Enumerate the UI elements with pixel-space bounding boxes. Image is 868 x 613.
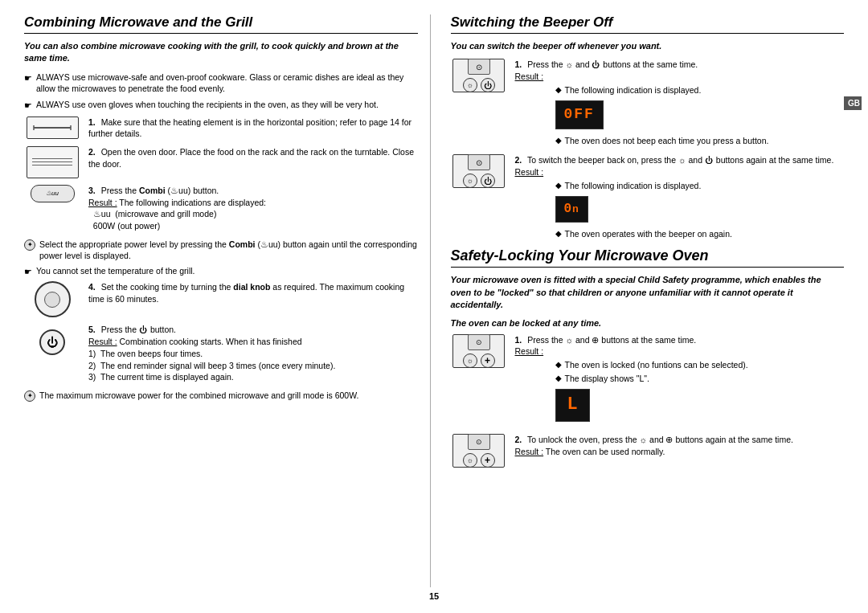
step-5-block: ⏻ 5. Press the ⏻ button. Result : Combin… xyxy=(24,324,418,382)
left-section-title: Combining Microwave and the Grill xyxy=(24,14,418,34)
beeper-step-2-text: To switch the beeper back on, press the … xyxy=(527,155,833,165)
result-b1-line1: ◆ The following indication is displayed. xyxy=(555,84,845,96)
page-number: 15 xyxy=(24,587,844,605)
oven-flat-icon xyxy=(27,116,79,139)
lock-step-2-content: 2. To unlock the oven, press the ☼ and ⊕… xyxy=(515,434,845,457)
step-3-content: 3. Press the Combi (♨uu) button. Result … xyxy=(88,185,418,232)
step-1-num: 1. xyxy=(88,117,96,127)
result-b2-line1: ◆ The following indication is displayed. xyxy=(555,180,845,192)
dial-inner xyxy=(44,292,60,308)
result-l1-label: Result : xyxy=(515,346,544,356)
lock-step-2-image: ⊙ ☼ + xyxy=(451,434,507,468)
lock-btn-sun: ☼ xyxy=(463,353,477,368)
beeper-step-1-content: 1. Press the ☼ and ⏻ buttons at the same… xyxy=(515,59,845,148)
note-2: ☛ You cannot set the temperature of the … xyxy=(24,265,418,278)
beeper-step-2-image: ⊙ ☼ ⏻ xyxy=(451,154,507,188)
step-2-text: Open the oven door. Place the food on th… xyxy=(88,147,414,169)
lock-step-1-image: ⊙ ☼ + xyxy=(451,334,507,368)
beeper-step-2-content: 2. To switch the beeper back on, press t… xyxy=(515,154,845,241)
beeper-step-1-image: ⊙ ☼ ⏻ xyxy=(451,59,507,92)
result-l1-line1: ◆ The oven is locked (no funtions can be… xyxy=(555,359,845,371)
beeper-step-1: ⊙ ☼ ⏻ 1. Press the ☼ and ⏻ buttons at th… xyxy=(451,59,845,148)
oven-rack-icon xyxy=(27,146,79,178)
rack-line-2 xyxy=(32,161,72,162)
note-1: ✦ Select the appropriate power level by … xyxy=(24,239,418,262)
beeper-step-2-num: 2. xyxy=(515,155,522,165)
panel-beeper-1: ⊙ ☼ ⏻ xyxy=(452,59,505,92)
lock-step-2-num: 2. xyxy=(515,435,522,444)
safety-section-title: Safety-Locking Your Microwave Oven xyxy=(451,247,845,268)
display-L: L xyxy=(555,389,590,422)
arrow-icon-3: ☛ xyxy=(24,266,32,278)
result-b2-line2: ◆ The oven operates with the beeper on a… xyxy=(555,228,845,240)
beeper2-btn-sun: ☼ xyxy=(463,174,477,188)
left-column: Combining Microwave and the Grill You ca… xyxy=(24,14,431,587)
footnote-text: The maximum microwave power for the comb… xyxy=(39,390,358,402)
lock-step-1-content: 1. Press the ☼ and ⊕ buttons at the same… xyxy=(515,334,845,428)
result-l1-line2: ◆ The display shows "L". xyxy=(555,373,845,385)
two-columns: Combining Microwave and the Grill You ca… xyxy=(24,14,844,587)
step-5-image: ⏻ xyxy=(24,324,80,360)
beeper-btn-sun: ☼ xyxy=(463,78,477,92)
combi-btn-icon: ♨uu xyxy=(31,185,75,202)
diamond-1: ◆ xyxy=(555,84,562,96)
step-3-block: ♨uu 3. Press the Combi (♨uu) button. Res… xyxy=(24,185,418,232)
lock-step-2: ⊙ ☼ + 2. To unlock the oven, press the ☼… xyxy=(451,434,845,468)
start-circle: ⏻ xyxy=(39,329,65,355)
step-4-content: 4. Set the cooking time by turning the d… xyxy=(88,281,418,304)
note-2-text: You cannot set the temperature of the gr… xyxy=(36,265,195,277)
start-btn-icon: ⏻ xyxy=(35,324,71,360)
bullet-1: ☛ ALWAYS use microwave-safe and oven-pro… xyxy=(24,72,418,95)
safety-section: Safety-Locking Your Microwave Oven Your … xyxy=(451,247,845,468)
step-2-image xyxy=(24,146,80,178)
step-2-block: 2. Open the oven door. Place the food on… xyxy=(24,146,418,178)
step-5-text: Press the ⏻ button. xyxy=(101,325,176,334)
step-5-num: 5. xyxy=(88,325,96,334)
diamond-5: ◆ xyxy=(555,359,562,370)
beeper-step-1-text: Press the ☼ and ⏻ buttons at the same ti… xyxy=(527,59,698,69)
step-2-content: 2. Open the oven door. Place the food on… xyxy=(88,146,418,170)
result-5-label: Result : xyxy=(88,337,117,346)
mini-display-3: ⊙ xyxy=(468,334,490,350)
diamond-4: ◆ xyxy=(555,228,562,239)
dial-knob-icon xyxy=(35,281,71,317)
step-4-text: Set the cooking time by turning the dial… xyxy=(88,282,404,304)
panel-lock-2: ⊙ ☼ + xyxy=(452,434,505,468)
step-3-text: Press the Combi (♨uu) button. xyxy=(101,186,219,195)
beeper-step-2: ⊙ ☼ ⏻ 2. To switch the beeper back on, p… xyxy=(451,154,845,241)
result-l2-label: Result : xyxy=(515,447,544,456)
step-2-num: 2. xyxy=(88,147,96,157)
beeper2-btn-power: ⏻ xyxy=(481,174,495,188)
step-1-text: Make sure that the heating element is in… xyxy=(88,117,411,139)
beeper-btn-power: ⏻ xyxy=(481,78,495,92)
bullet-1-text: ALWAYS use microwave-safe and oven-proof… xyxy=(36,72,418,95)
result-b1-line2: ◆ The oven does not beep each time you p… xyxy=(555,135,845,147)
result-l2-text: The oven can be used normally. xyxy=(546,447,665,456)
rack-line-3 xyxy=(32,165,72,166)
arrow-icon-1: ☛ xyxy=(24,72,32,84)
diamond-3: ◆ xyxy=(555,180,562,191)
lock-btn-plus: + xyxy=(481,353,495,368)
beeper-step-1-num: 1. xyxy=(515,59,522,69)
step-3-image: ♨uu xyxy=(24,185,80,202)
footnote: ✦ The maximum microwave power for the co… xyxy=(24,390,418,402)
panel-lock-1: ⊙ ☼ + xyxy=(452,334,505,368)
safety-subtitle-b: The oven can be locked at any time. xyxy=(451,318,845,328)
rack-line-1 xyxy=(32,158,72,159)
bullet-2: ☛ ALWAYS use oven gloves when touching t… xyxy=(24,99,418,112)
lock-step-1: ⊙ ☼ + 1. Press the ☼ and ⊕ buttons at th… xyxy=(451,334,845,428)
step-1-block: 1. Make sure that the heating element is… xyxy=(24,116,418,140)
mini-display: ⊙ xyxy=(468,59,490,75)
footnote-icon: ✦ xyxy=(24,390,35,402)
gb-badge: GB xyxy=(844,96,862,110)
mini-display-2: ⊙ xyxy=(468,154,490,170)
note-1-text: Select the appropriate power level by pr… xyxy=(39,239,418,262)
step-3-num: 3. xyxy=(88,186,96,195)
mini-display-4: ⊙ xyxy=(468,434,490,450)
left-subtitle: You can also combine microwave cooking w… xyxy=(24,40,418,65)
step-5-content: 5. Press the ⏻ button. Result : Combinat… xyxy=(88,324,418,382)
bullet-2-text: ALWAYS use oven gloves when touching the… xyxy=(36,99,379,111)
step-4-image xyxy=(24,281,80,317)
beeper-subtitle: You can switch the beeper off whenever y… xyxy=(451,40,845,52)
panel-beeper-2: ⊙ ☼ ⏻ xyxy=(452,154,505,188)
